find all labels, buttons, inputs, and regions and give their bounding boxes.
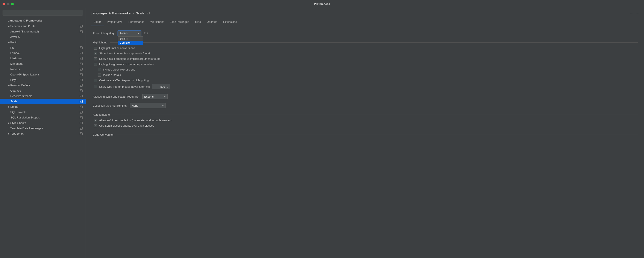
hover-delay-spinner[interactable]: 500▲▼ bbox=[152, 84, 170, 89]
sidebar-item-spring[interactable]: ▶Spring bbox=[0, 104, 86, 109]
divider bbox=[112, 114, 638, 115]
tab-updates[interactable]: Updates bbox=[204, 19, 220, 26]
breadcrumb: Languages & Frameworks › Scala bbox=[90, 11, 150, 15]
nav-forward-button[interactable]: → bbox=[636, 11, 639, 15]
checkbox[interactable] bbox=[94, 85, 97, 88]
sidebar-item-label: Spring bbox=[10, 105, 80, 108]
check-row: Custom scalaTest keywords highlighting bbox=[93, 78, 638, 83]
sidebar-item-label: SQL Resolution Scopes bbox=[10, 116, 80, 119]
nav-back-button[interactable]: ← bbox=[630, 11, 633, 15]
project-scope-icon bbox=[80, 95, 83, 97]
checkbox-label: Show type info on mouse hover after, ms bbox=[99, 85, 150, 88]
section-autocomplete: Autocomplete bbox=[93, 113, 110, 116]
tab-performance[interactable]: Performance bbox=[125, 19, 147, 26]
help-icon[interactable]: ? bbox=[144, 32, 148, 35]
error-highlighting-options: Built-inCompiler bbox=[118, 36, 143, 45]
tab-worksheet[interactable]: Worksheet bbox=[147, 19, 166, 26]
error-highlighting-dropdown[interactable]: Built-in Built-inCompiler bbox=[118, 31, 141, 36]
spinner-down-icon[interactable]: ▼ bbox=[166, 87, 169, 89]
sidebar-item-label: Reactive Streams bbox=[10, 94, 80, 98]
sidebar-item-sql-resolution-scopes[interactable]: SQL Resolution Scopes bbox=[0, 115, 86, 120]
checkbox[interactable] bbox=[98, 68, 101, 71]
sidebar-item-label: Kotlin bbox=[10, 41, 83, 44]
check-row: Ahead-of-time completion (parameter and … bbox=[93, 118, 638, 123]
checkbox[interactable] bbox=[94, 57, 97, 60]
check-row: Show hints if ambiguous implicit argumen… bbox=[93, 56, 638, 61]
checkbox[interactable] bbox=[94, 124, 97, 127]
spinner-up-icon[interactable]: ▲ bbox=[166, 84, 169, 87]
check-row: Include literals bbox=[93, 72, 638, 78]
sidebar-item-typescript[interactable]: ▶TypeScript bbox=[0, 131, 86, 136]
checkbox[interactable] bbox=[94, 47, 97, 50]
sidebar-item-markdown[interactable]: Markdown bbox=[0, 56, 86, 61]
sidebar-item-label: Android (Experimental) bbox=[10, 30, 80, 33]
sidebar-item-label: SQL Dialects bbox=[10, 110, 80, 114]
tab-extensions[interactable]: Extensions bbox=[220, 19, 240, 26]
error-highlighting-value: Built-in bbox=[120, 32, 128, 35]
sidebar-item-javafx[interactable]: JavaFX bbox=[0, 34, 86, 40]
sidebar-item-micronaut[interactable]: Micronaut bbox=[0, 61, 86, 66]
collection-value: None bbox=[132, 104, 138, 107]
sidebar-section-header: Languages & Frameworks bbox=[0, 18, 86, 24]
chevron-right-icon: ▶ bbox=[7, 122, 10, 124]
breadcrumb-root[interactable]: Languages & Frameworks bbox=[90, 11, 131, 15]
tab-project-view[interactable]: Project View bbox=[104, 19, 125, 26]
check-row: Highlight arguments to by-name parameter… bbox=[93, 61, 638, 67]
aliases-dropdown[interactable]: Exports bbox=[142, 94, 168, 99]
section-code-conversion: Code Conversion bbox=[93, 133, 114, 136]
sidebar-item-lombok[interactable]: Lombok bbox=[0, 50, 86, 56]
sidebar-item-schemas-and-dtds[interactable]: ▶Schemas and DTDs bbox=[0, 24, 86, 29]
dropdown-option-built-in[interactable]: Built-in bbox=[118, 37, 143, 41]
project-scope-icon bbox=[80, 100, 83, 103]
sidebar-item-label: TypeScript bbox=[10, 132, 80, 135]
sidebar-item-android-experimental-[interactable]: Android (Experimental) bbox=[0, 29, 86, 34]
dropdown-option-compiler[interactable]: Compiler bbox=[118, 41, 143, 45]
check-row: Show type info on mouse hover after, ms5… bbox=[93, 83, 638, 90]
sidebar-item-label: Quarkus bbox=[10, 89, 80, 92]
aliases-value: Exports bbox=[144, 95, 154, 98]
sidebar-item-sql-dialects[interactable]: SQL Dialects bbox=[0, 109, 86, 115]
sidebar-item-play2[interactable]: Play2 bbox=[0, 77, 86, 83]
project-scope-icon bbox=[80, 127, 83, 130]
project-scope-icon bbox=[80, 79, 83, 81]
checkbox[interactable] bbox=[98, 74, 101, 77]
tabs: EditorProject ViewPerformanceWorksheetBa… bbox=[90, 19, 639, 26]
sidebar-item-openapi-specifications[interactable]: OpenAPI Specifications bbox=[0, 72, 86, 77]
sidebar-item-style-sheets[interactable]: ▶Style Sheets bbox=[0, 120, 86, 125]
breadcrumb-leaf: Scala bbox=[136, 11, 144, 15]
tab-base-packages[interactable]: Base Packages bbox=[166, 19, 192, 26]
sidebar-item-kotlin[interactable]: ▶Kotlin bbox=[0, 40, 86, 45]
checkbox-label: Use Scala classes priority over Java cla… bbox=[99, 124, 154, 127]
sidebar-item-quarkus[interactable]: Quarkus bbox=[0, 88, 86, 93]
checkbox-label: Show hints if no implicit arguments foun… bbox=[99, 52, 150, 55]
project-scope-icon bbox=[80, 57, 83, 60]
checkbox[interactable] bbox=[94, 119, 97, 122]
sidebar-item-protocol-buffers[interactable]: ▶Protocol Buffers bbox=[0, 83, 86, 88]
collection-dropdown[interactable]: None bbox=[130, 103, 166, 108]
aliases-label: Aliases in scala and scala.Predef are: bbox=[93, 95, 139, 98]
sidebar-item-label: Template Data Languages bbox=[10, 127, 80, 130]
sidebar-item-reactive-streams[interactable]: Reactive Streams bbox=[0, 93, 86, 99]
error-highlighting-label: Error highlighting: bbox=[93, 32, 115, 35]
sidebar-item-node-js[interactable]: Node.js bbox=[0, 66, 86, 72]
tab-editor[interactable]: Editor bbox=[90, 19, 104, 26]
sidebar-item-template-data-languages[interactable]: Template Data Languages bbox=[0, 125, 86, 131]
search-input[interactable] bbox=[2, 10, 83, 16]
sidebar: ⌕ Languages & Frameworks▶Schemas and DTD… bbox=[0, 8, 86, 258]
checkbox[interactable] bbox=[94, 63, 97, 66]
tab-misc[interactable]: Misc bbox=[192, 19, 204, 26]
project-scope-icon bbox=[80, 105, 83, 108]
settings-tree[interactable]: Languages & Frameworks▶Schemas and DTDsA… bbox=[0, 18, 86, 258]
sidebar-item-label: Scala bbox=[10, 100, 80, 103]
project-scope-icon bbox=[80, 68, 83, 71]
divider bbox=[110, 42, 638, 43]
checkbox[interactable] bbox=[94, 52, 97, 55]
checkbox[interactable] bbox=[94, 79, 97, 82]
sidebar-item-scala[interactable]: Scala bbox=[0, 99, 86, 104]
sidebar-item-label: Micronaut bbox=[10, 62, 80, 65]
project-scope-icon bbox=[80, 52, 83, 54]
sidebar-item-label: Markdown bbox=[10, 57, 80, 60]
project-scope-icon bbox=[80, 63, 83, 65]
project-scope-icon bbox=[146, 12, 150, 15]
sidebar-item-ktor[interactable]: Ktor bbox=[0, 45, 86, 50]
